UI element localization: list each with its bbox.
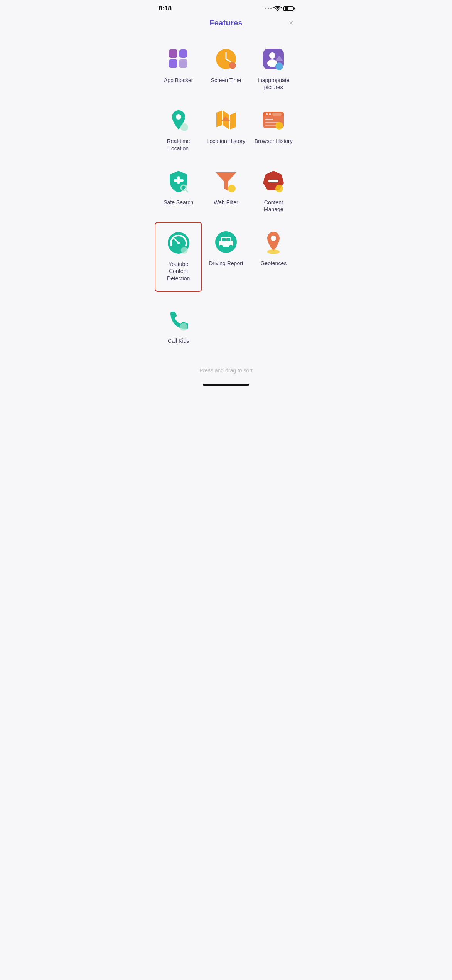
realtime-location-icon xyxy=(165,107,192,133)
svg-rect-0 xyxy=(169,49,177,58)
web-filter-icon xyxy=(213,168,239,194)
feature-realtime-location[interactable]: Real-time Location xyxy=(155,100,202,161)
call-kids-icon xyxy=(165,306,192,333)
svg-point-14 xyxy=(176,114,181,120)
svg-point-49 xyxy=(229,245,233,249)
location-history-icon xyxy=(213,107,239,133)
feature-browser-history[interactable]: Browser History xyxy=(250,100,297,161)
svg-rect-46 xyxy=(222,238,226,241)
svg-point-15 xyxy=(180,123,188,131)
app-blocker-icon xyxy=(165,46,192,72)
svg-point-23 xyxy=(266,113,268,115)
screen-time-icon xyxy=(213,46,239,72)
feature-inappropriate-pictures[interactable]: Inappropriate pictures xyxy=(250,39,297,100)
svg-rect-47 xyxy=(226,238,230,241)
feature-location-history[interactable]: Location History xyxy=(202,100,250,161)
driving-report-label: Driving Report xyxy=(209,260,243,267)
svg-point-51 xyxy=(267,249,280,254)
svg-point-48 xyxy=(219,245,223,249)
content-manage-label: Content Manage xyxy=(254,199,293,213)
svg-rect-3 xyxy=(179,59,187,68)
feature-driving-report[interactable]: Driving Report xyxy=(202,222,250,292)
svg-rect-2 xyxy=(169,59,177,68)
svg-point-41 xyxy=(177,242,180,244)
feature-safe-search[interactable]: Safe Search xyxy=(155,161,202,222)
status-icons xyxy=(265,5,293,12)
inappropriate-pictures-icon xyxy=(260,46,287,72)
screen-time-label: Screen Time xyxy=(211,77,241,84)
svg-point-35 xyxy=(228,185,236,192)
svg-rect-25 xyxy=(272,113,282,116)
signal-dots-icon xyxy=(265,8,272,9)
feature-call-kids[interactable]: Call Kids xyxy=(155,300,202,354)
web-filter-label: Web Filter xyxy=(214,199,238,206)
header: Features × xyxy=(151,15,301,35)
geofences-label: Geofences xyxy=(260,260,287,267)
svg-point-12 xyxy=(275,62,283,70)
app-blocker-label: App Blocker xyxy=(164,77,193,84)
status-time: 8:18 xyxy=(159,5,172,12)
svg-point-8 xyxy=(229,62,236,69)
feature-geofences[interactable]: Geofences xyxy=(250,222,297,292)
svg-rect-31 xyxy=(174,179,184,182)
content-manage-icon xyxy=(260,168,287,194)
call-kids-label: Call Kids xyxy=(168,337,189,344)
geofences-icon xyxy=(260,229,287,255)
safe-search-label: Safe Search xyxy=(164,199,193,206)
realtime-location-label: Real-time Location xyxy=(159,138,198,152)
status-bar: 8:18 xyxy=(151,0,301,15)
feature-youtube-content[interactable]: Youtube Content Detection xyxy=(155,222,202,292)
driving-report-icon xyxy=(213,229,239,255)
safe-search-icon xyxy=(165,168,192,194)
svg-point-42 xyxy=(181,247,188,254)
svg-rect-37 xyxy=(268,180,278,182)
wifi-icon xyxy=(274,5,281,12)
features-grid: App Blocker Screen Time xyxy=(151,35,301,296)
bottom-hint: Press and drag to sort xyxy=(151,361,301,380)
svg-point-29 xyxy=(275,122,283,130)
feature-content-manage[interactable]: Content Manage xyxy=(250,161,297,222)
browser-history-icon xyxy=(260,107,287,133)
inappropriate-pictures-label: Inappropriate pictures xyxy=(254,77,293,91)
close-button[interactable]: × xyxy=(289,19,293,27)
feature-app-blocker[interactable]: App Blocker xyxy=(155,39,202,100)
svg-point-10 xyxy=(269,52,275,59)
feature-screen-time[interactable]: Screen Time xyxy=(202,39,250,100)
home-indicator xyxy=(203,384,249,386)
last-row: Call Kids xyxy=(151,296,301,357)
svg-point-24 xyxy=(269,113,271,115)
battery-icon xyxy=(283,6,293,11)
svg-rect-28 xyxy=(265,125,277,126)
svg-point-52 xyxy=(180,323,187,331)
youtube-content-label: Youtube Content Detection xyxy=(159,261,197,282)
svg-line-33 xyxy=(186,190,188,192)
svg-point-38 xyxy=(275,185,283,192)
page-title: Features xyxy=(209,19,243,27)
feature-web-filter[interactable]: Web Filter xyxy=(202,161,250,222)
svg-rect-26 xyxy=(265,119,273,120)
browser-history-label: Browser History xyxy=(255,138,293,145)
svg-rect-1 xyxy=(179,49,187,58)
location-history-label: Location History xyxy=(207,138,245,145)
youtube-content-icon xyxy=(165,230,192,256)
svg-point-50 xyxy=(271,236,276,241)
